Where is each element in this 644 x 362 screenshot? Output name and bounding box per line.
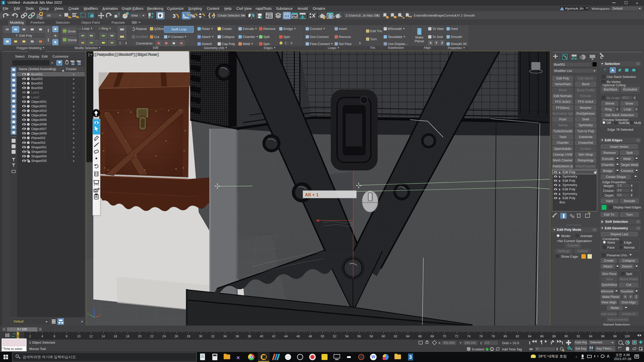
svg-text:z: z — [93, 306, 94, 309]
svg-text:y: y — [88, 312, 89, 315]
svg-text:x: x — [100, 313, 102, 316]
svg-text:Alt + 1: Alt + 1 — [305, 192, 319, 197]
svg-text:%: % — [191, 13, 195, 19]
svg-text:3: 3 — [173, 13, 176, 19]
svg-text:[ + ] [ Perspective ] [ Standa: [ + ] [ Perspective ] [ Standard* ] [ Ed… — [89, 53, 159, 56]
